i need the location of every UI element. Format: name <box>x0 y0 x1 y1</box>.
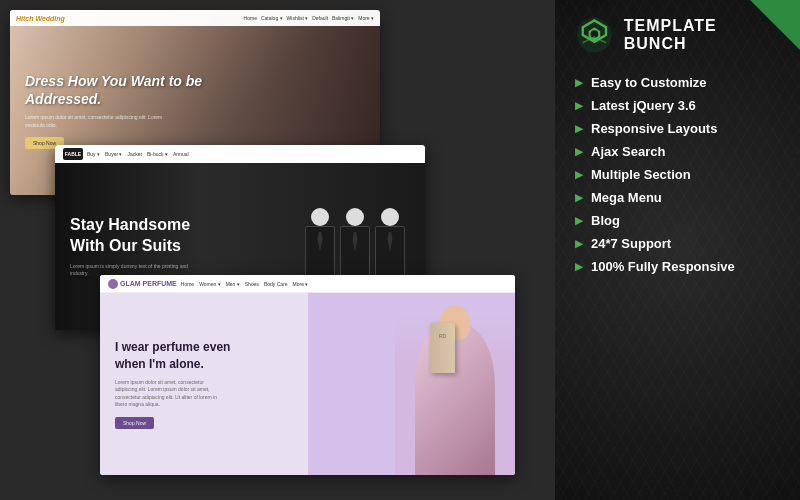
woman-silhouette <box>415 325 495 475</box>
feature-arrow-1: ▶ <box>575 100 583 111</box>
feature-arrow-2: ▶ <box>575 123 583 134</box>
feature-item-1: ▶Latest jQuery 3.6 <box>575 98 780 113</box>
perfume-logo-icon <box>108 279 118 289</box>
feature-text-2: Responsive Layouts <box>591 121 717 136</box>
suit-head-1 <box>311 208 329 226</box>
perfume-logo-text: GLAM PERFUME <box>120 280 177 287</box>
feature-arrow-4: ▶ <box>575 169 583 180</box>
wedding-nav-catalog: Catalog ▾ <box>261 15 283 21</box>
feature-item-4: ▶Multiple Section <box>575 167 780 182</box>
perfume-hero: I wear perfume even when I'm alone. Lore… <box>100 293 515 475</box>
perfume-logo: GLAM PERFUME <box>108 279 177 289</box>
feature-text-7: 24*7 Support <box>591 236 671 251</box>
feature-arrow-8: ▶ <box>575 261 583 272</box>
suit-logo-text: FABLE <box>65 151 81 157</box>
suit-head-3 <box>381 208 399 226</box>
suit-figure-1 <box>305 208 335 286</box>
wedding-nav-wishlist: Wishlist ▾ <box>287 15 309 21</box>
perfume-title: I wear perfume even when I'm alone. <box>115 339 235 373</box>
feature-text-1: Latest jQuery 3.6 <box>591 98 696 113</box>
wedding-nav-more: More ▾ <box>358 15 374 21</box>
brand-logo <box>575 15 614 55</box>
features-list: ▶Easy to Customize▶Latest jQuery 3.6▶Res… <box>575 75 780 274</box>
suit-sub: Lorem ipsum is simply dummy text of the … <box>70 263 190 278</box>
perfume-shop-btn[interactable]: Shop Now <box>115 417 154 429</box>
preview-container: Hitch Wedding Home Catalog ▾ Wishlist ▾ … <box>0 0 555 500</box>
feature-text-3: Ajax Search <box>591 144 665 159</box>
feature-item-6: ▶Blog <box>575 213 780 228</box>
feature-item-7: ▶24*7 Support <box>575 236 780 251</box>
perfume-nav-links: Home Women ▾ Men ▾ Shoes Body Care More … <box>181 281 507 287</box>
suit-tie-3 <box>387 232 393 252</box>
feature-arrow-6: ▶ <box>575 215 583 226</box>
suit-title: Stay Handsome With Our Suits <box>70 215 200 257</box>
feature-item-0: ▶Easy to Customize <box>575 75 780 90</box>
suit-hero-text: Stay Handsome With Our Suits Lorem ipsum… <box>70 215 200 278</box>
right-panel: TEMPLATE BUNCH ▶Easy to Customize▶Latest… <box>555 0 800 500</box>
feature-arrow-5: ▶ <box>575 192 583 203</box>
feature-text-6: Blog <box>591 213 620 228</box>
feature-item-5: ▶Mega Menu <box>575 190 780 205</box>
perfume-sub: Lorem ipsum dolor sit amet, consectetur … <box>115 379 225 409</box>
feature-text-0: Easy to Customize <box>591 75 707 90</box>
wedding-nav: Hitch Wedding Home Catalog ▾ Wishlist ▾ … <box>10 10 380 26</box>
perfume-woman <box>395 315 515 475</box>
feature-arrow-7: ▶ <box>575 238 583 249</box>
suit-figure-2 <box>340 208 370 286</box>
suit-head-2 <box>346 208 364 226</box>
left-panel: Hitch Wedding Home Catalog ▾ Wishlist ▾ … <box>0 0 555 500</box>
corner-ribbon <box>750 0 800 50</box>
wedding-hero-sub: Lorem ipsum dolor sit amet, consectetur … <box>25 114 175 129</box>
perfume-hero-right: RD <box>308 293 516 475</box>
perfume-hero-left: I wear perfume even when I'm alone. Lore… <box>100 293 308 475</box>
feature-arrow-0: ▶ <box>575 77 583 88</box>
wedding-nav-default: Default <box>312 15 328 21</box>
suit-logo: FABLE <box>63 148 83 160</box>
suit-nav-links: Buy ▾ Buyer ▾ Jacket Bi-buck ▾ Annual <box>87 151 417 157</box>
wedding-nav-home: Home <box>244 15 257 21</box>
wedding-nav-links: Home Catalog ▾ Wishlist ▾ Default Balimg… <box>244 15 374 21</box>
feature-text-8: 100% Fully Responsive <box>591 259 735 274</box>
suit-nav: FABLE Buy ▾ Buyer ▾ Jacket Bi-buck ▾ Ann… <box>55 145 425 163</box>
preview-perfume: GLAM PERFUME Home Women ▾ Men ▾ Shoes Bo… <box>100 275 515 475</box>
wedding-nav-balimgit: Balimgit ▾ <box>332 15 354 21</box>
suit-tie-1 <box>317 232 323 252</box>
wedding-logo: Hitch Wedding <box>16 15 241 22</box>
feature-arrow-3: ▶ <box>575 146 583 157</box>
feature-item-3: ▶Ajax Search <box>575 144 780 159</box>
feature-item-8: ▶100% Fully Responsive <box>575 259 780 274</box>
suit-figure-3 <box>375 208 405 286</box>
suit-tie-2 <box>352 232 358 252</box>
bottle-label: RD <box>430 323 455 339</box>
feature-text-4: Multiple Section <box>591 167 691 182</box>
wedding-hero-title: Dress How You Want to be Addressed. <box>25 72 205 108</box>
perfume-bottle: RD <box>430 323 455 373</box>
feature-text-5: Mega Menu <box>591 190 662 205</box>
feature-item-2: ▶Responsive Layouts <box>575 121 780 136</box>
